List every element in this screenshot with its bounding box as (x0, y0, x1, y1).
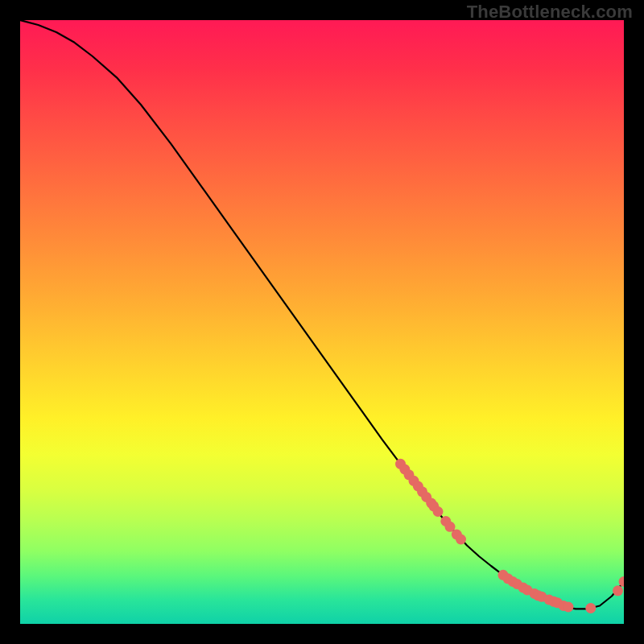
chart-dots-group (395, 459, 624, 613)
chart-overlay-svg (20, 20, 624, 624)
chart-dot (619, 576, 625, 587)
chart-dot (564, 602, 574, 613)
chart-dot (433, 506, 444, 517)
chart-stage: TheBottleneck.com (0, 0, 644, 644)
chart-dot (613, 585, 623, 596)
chart-plot-area (20, 20, 624, 624)
chart-dot (456, 535, 466, 545)
chart-dot (585, 603, 596, 613)
attribution-label: TheBottleneck.com (467, 2, 633, 23)
chart-line (20, 20, 624, 609)
